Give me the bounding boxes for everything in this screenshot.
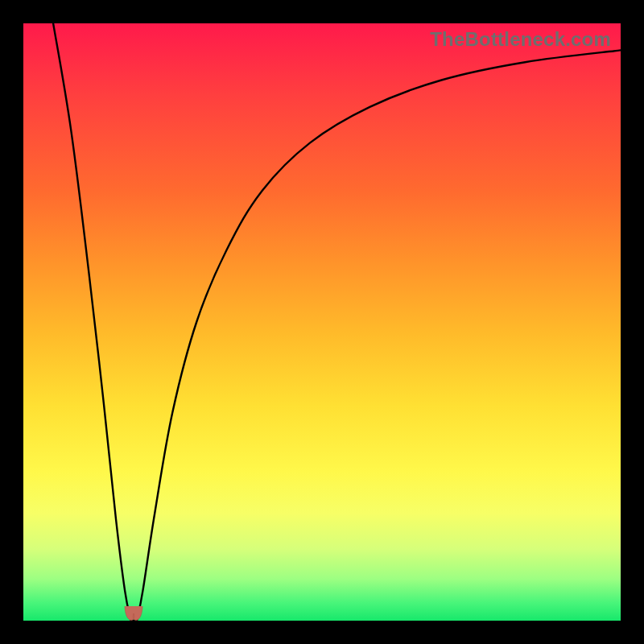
- chart-frame: TheBottleneck.com: [0, 0, 644, 644]
- curve-path: [53, 23, 621, 621]
- plot-area: TheBottleneck.com: [23, 23, 621, 621]
- bottleneck-curve: [23, 23, 621, 621]
- minimum-marker: [122, 605, 145, 622]
